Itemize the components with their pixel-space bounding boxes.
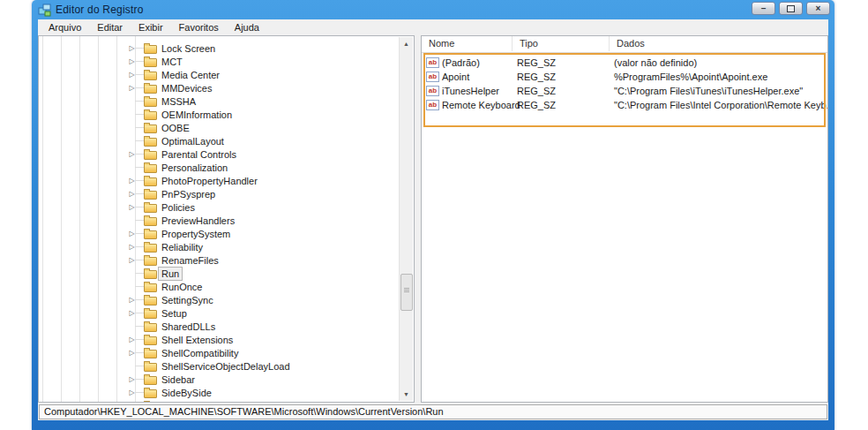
scroll-up-arrow-icon[interactable]: ▲ xyxy=(400,37,413,50)
folder-icon xyxy=(144,270,157,279)
column-header-dados[interactable]: Dados xyxy=(610,36,828,51)
folder-icon xyxy=(144,376,157,385)
tree-item-previewhandlers[interactable]: PreviewHandlers xyxy=(39,214,399,227)
folder-icon xyxy=(144,363,157,372)
tree-connector-line xyxy=(135,167,144,168)
expand-arrow-icon[interactable]: ▷ xyxy=(126,373,138,385)
value-row-ituneshelper[interactable]: abiTunesHelperREG_SZ"C:\Program Files\iT… xyxy=(422,84,827,98)
tree-connector-line xyxy=(135,326,144,327)
expand-arrow-icon[interactable]: ▷ xyxy=(126,347,138,358)
menu-item-exibir[interactable]: Exibir xyxy=(131,20,171,34)
value-name: Remote Keyboard xyxy=(442,98,520,112)
tree-connector-line xyxy=(135,220,144,221)
tree-item-shellcompatibility[interactable]: ▷ShellCompatibility xyxy=(39,346,399,359)
tree-item-sidebar[interactable]: ▷Sidebar xyxy=(39,373,399,386)
folder-icon xyxy=(144,230,157,239)
expand-arrow-icon[interactable]: ▷ xyxy=(126,307,138,319)
maximize-button[interactable] xyxy=(779,2,803,15)
maximize-icon xyxy=(787,5,795,12)
tree-item-optimallayout[interactable]: OptimalLayout xyxy=(39,134,399,147)
expand-arrow-icon[interactable]: ▷ xyxy=(126,294,138,306)
tree-item-runonce[interactable]: RunOnce xyxy=(39,280,399,293)
tree-item-renamefiles[interactable]: ▷RenameFiles xyxy=(39,253,399,267)
expand-arrow-icon[interactable]: ▷ xyxy=(126,201,138,213)
tree-connector-line xyxy=(135,286,144,287)
tree-item-photopropertyhandler[interactable]: ▷PhotoPropertyHandler xyxy=(39,174,399,187)
expand-arrow-icon[interactable]: ▷ xyxy=(126,69,138,80)
folder-icon xyxy=(144,217,157,226)
title-bar[interactable]: Editor do Registro – × xyxy=(32,0,834,19)
tree-item-label: PropertySystem xyxy=(158,227,234,241)
registry-editor-window: Editor do Registro – × ArquivoEditarExib… xyxy=(32,0,834,430)
selected-key-path: Computador\HKEY_LOCAL_MACHINE\SOFTWARE\M… xyxy=(39,404,827,419)
column-header-nome[interactable]: Nome xyxy=(422,36,513,51)
tree-item-oobe[interactable]: OOBE xyxy=(39,121,399,134)
tree-item-media-center[interactable]: ▷Media Center xyxy=(39,68,399,81)
folder-icon xyxy=(144,244,157,253)
window-title: Editor do Registro xyxy=(56,4,144,16)
menu-item-arquivo[interactable]: Arquivo xyxy=(41,20,89,34)
tree-item-parental-controls[interactable]: ▷Parental Controls xyxy=(39,147,399,161)
menu-item-editar[interactable]: Editar xyxy=(89,20,131,34)
tree-vertical-scrollbar[interactable]: ▲ ▼ xyxy=(399,37,413,401)
tree-item-reliability[interactable]: ▷Reliability xyxy=(39,240,399,253)
tree-item-label: OptimalLayout xyxy=(158,134,228,148)
values-list-panel: Nome Tipo Dados ab(Padrão)REG_SZ(valor n… xyxy=(421,35,828,403)
column-header-tipo[interactable]: Tipo xyxy=(513,36,610,51)
tree-item-run[interactable]: Run xyxy=(39,267,399,280)
tree-item-label: Run xyxy=(158,267,183,281)
expand-arrow-icon[interactable]: ▷ xyxy=(126,254,138,266)
expand-arrow-icon[interactable]: ▷ xyxy=(126,387,138,398)
expand-arrow-icon[interactable]: ▷ xyxy=(126,82,138,94)
tree-item-sidebyside[interactable]: ▷SideBySide xyxy=(39,386,399,399)
tree-item-personalization[interactable]: Personalization xyxy=(39,161,399,174)
menu-item-favoritos[interactable]: Favoritos xyxy=(171,20,227,34)
close-button[interactable]: × xyxy=(806,2,830,15)
tree-item-policies[interactable]: ▷Policies xyxy=(39,200,399,214)
tree-item-oeminformation[interactable]: OEMInformation xyxy=(39,108,399,121)
tree-item-shellserviceobjectdelayload[interactable]: ShellServiceObjectDelayLoad xyxy=(39,359,399,373)
folder-icon xyxy=(144,204,157,213)
value-row-padr-o[interactable]: ab(Padrão)REG_SZ(valor não definido) xyxy=(422,56,827,70)
scrollbar-thumb[interactable] xyxy=(400,274,413,311)
expand-arrow-icon[interactable]: ▷ xyxy=(126,241,138,253)
expand-arrow-icon[interactable]: ▷ xyxy=(126,188,138,200)
tree-item-label: Sidebar xyxy=(158,373,198,387)
tree-item-setup[interactable]: ▷Setup xyxy=(39,306,399,320)
tree-item-mmdevices[interactable]: ▷MMDevices xyxy=(39,81,399,94)
tree-item-mct[interactable]: ▷MCT xyxy=(39,55,399,68)
tree-item-mssha[interactable]: MSSHA xyxy=(39,94,399,108)
tree-item-label: Setup xyxy=(158,306,191,321)
folder-icon xyxy=(144,310,157,319)
string-value-icon: ab xyxy=(426,72,439,82)
tree-item-settingsync[interactable]: ▷SettingSync xyxy=(39,293,399,306)
menu-item-ajuda[interactable]: Ajuda xyxy=(227,20,267,34)
tree-item-label: MMDevices xyxy=(158,81,215,95)
expand-arrow-icon[interactable]: ▷ xyxy=(126,42,138,54)
expand-arrow-icon[interactable]: ▷ xyxy=(126,56,138,67)
minimize-button[interactable]: – xyxy=(752,2,775,15)
tree-item-shell-extensions[interactable]: ▷Shell Extensions xyxy=(39,333,399,346)
value-data: "C:\Program Files\iTunes\iTunesHelper.ex… xyxy=(614,84,803,98)
string-value-icon: ab xyxy=(426,57,439,68)
value-name: (Padrão) xyxy=(442,56,480,70)
expand-arrow-icon[interactable]: ▷ xyxy=(126,175,138,186)
folder-icon xyxy=(144,257,157,266)
tree-connector-line xyxy=(135,140,144,141)
tree-item-shareddlls[interactable]: SharedDLLs xyxy=(39,320,399,333)
expand-arrow-icon[interactable]: ▷ xyxy=(126,148,138,160)
tree-item-propertysystem[interactable]: ▷PropertySystem xyxy=(39,227,399,240)
folder-icon xyxy=(144,72,157,80)
expand-arrow-icon[interactable]: ▷ xyxy=(126,334,138,345)
string-value-icon: ab xyxy=(426,100,439,110)
tree-connector-line xyxy=(135,366,144,366)
expand-arrow-icon[interactable]: ▷ xyxy=(126,228,138,239)
scroll-down-arrow-icon[interactable]: ▼ xyxy=(400,388,413,401)
tree-item-lock-screen[interactable]: ▷Lock Screen xyxy=(39,41,399,55)
tree-item-label: Reliability xyxy=(158,240,206,254)
tree-item-pnpsysprep[interactable]: ▷PnPSysprep xyxy=(39,187,399,200)
value-row-apoint[interactable]: abApointREG_SZ%ProgramFiles%\Apoint\Apoi… xyxy=(422,70,827,84)
value-row-remote-keyboard[interactable]: abRemote KeyboardREG_SZ"C:\Program Files… xyxy=(422,98,827,112)
tree-item-label: RunOnce xyxy=(158,280,206,294)
minimize-icon: – xyxy=(761,4,767,13)
